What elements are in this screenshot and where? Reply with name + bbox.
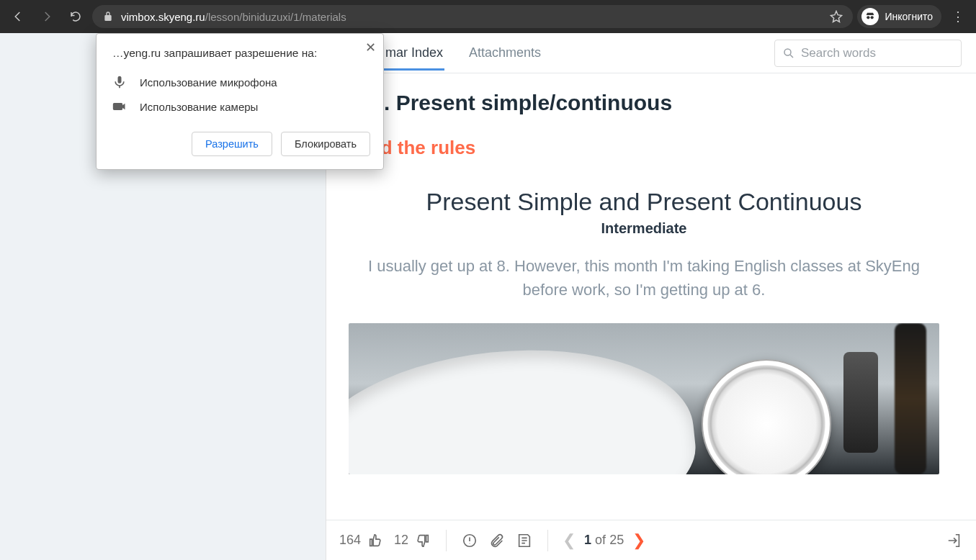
notes-icon[interactable] bbox=[516, 532, 533, 549]
pager-next[interactable]: ❯ bbox=[632, 531, 645, 550]
browser-menu-button[interactable]: ⋮ bbox=[946, 9, 970, 24]
permission-mic-row: Использование микрофона bbox=[112, 70, 370, 94]
lock-icon bbox=[102, 11, 114, 22]
bookmark-star-icon[interactable] bbox=[830, 10, 843, 23]
search-placeholder: Search words bbox=[801, 46, 876, 60]
camera-icon bbox=[112, 99, 127, 114]
permission-mic-label: Использование микрофона bbox=[140, 76, 277, 89]
bottom-toolbar: 164 12 ❮ 1 of 25 ❯ bbox=[326, 520, 976, 560]
permission-cam-label: Использование камеры bbox=[140, 101, 258, 113]
pager-text: 1 of 25 bbox=[584, 533, 624, 548]
dislike-button[interactable]: 12 bbox=[394, 532, 431, 549]
address-bar[interactable]: vimbox.skyeng.ru/lesson/biniduzuxi/1/mat… bbox=[92, 5, 853, 28]
search-input[interactable]: Search words bbox=[774, 40, 962, 67]
exit-icon[interactable] bbox=[946, 532, 963, 549]
permission-dialog: ✕ …yeng.ru запрашивает разрешение на: Ис… bbox=[96, 33, 384, 170]
like-button[interactable]: 164 bbox=[339, 532, 384, 549]
pager-prev[interactable]: ❮ bbox=[563, 531, 576, 550]
tab-attachments[interactable]: Attachments bbox=[467, 35, 542, 71]
incognito-label: Инкогнито bbox=[885, 11, 933, 22]
tab-grammar-index[interactable]: mar Index bbox=[384, 35, 444, 71]
rule-title: Present Simple and Present Continuous bbox=[341, 188, 947, 216]
permission-title: …yeng.ru запрашивает разрешение на: bbox=[112, 47, 370, 60]
thumbs-up-icon bbox=[367, 532, 384, 549]
permission-close-button[interactable]: ✕ bbox=[365, 40, 376, 55]
incognito-badge[interactable]: Инкогнито bbox=[857, 5, 941, 28]
url-text: vimbox.skyeng.ru/lesson/biniduzuxi/1/mat… bbox=[121, 11, 823, 23]
hero-image bbox=[349, 323, 939, 474]
tabs-bar: mar Index Attachments Search words bbox=[326, 33, 976, 73]
like-count: 164 bbox=[339, 533, 361, 548]
rule-body: I usually get up at 8. However, this mon… bbox=[349, 254, 939, 302]
attachment-icon[interactable] bbox=[488, 532, 506, 549]
svg-point-0 bbox=[867, 16, 870, 19]
microphone-icon bbox=[112, 75, 127, 89]
dislike-count: 12 bbox=[394, 533, 408, 548]
alert-icon[interactable] bbox=[461, 532, 478, 549]
incognito-icon bbox=[861, 8, 879, 25]
svg-point-1 bbox=[871, 16, 874, 19]
svg-point-2 bbox=[784, 49, 791, 55]
page-title: . Present simple/continuous bbox=[384, 91, 947, 115]
permission-cam-row: Использование камеры bbox=[112, 94, 370, 119]
permission-allow-button[interactable]: Разрешить bbox=[192, 132, 272, 156]
reload-button[interactable] bbox=[63, 4, 88, 29]
thumbs-down-icon bbox=[414, 532, 431, 549]
section-heading: Read the rules bbox=[346, 137, 947, 159]
search-icon bbox=[782, 47, 795, 60]
pager: ❮ 1 of 25 ❯ bbox=[563, 531, 645, 550]
lesson-content: . Present simple/continuous Read the rul… bbox=[326, 73, 976, 520]
browser-toolbar: vimbox.skyeng.ru/lesson/biniduzuxi/1/mat… bbox=[0, 0, 976, 33]
back-button[interactable] bbox=[6, 4, 30, 29]
rule-subtitle: Intermediate bbox=[341, 220, 947, 237]
forward-button[interactable] bbox=[35, 4, 59, 29]
permission-block-button[interactable]: Блокировать bbox=[281, 132, 370, 156]
